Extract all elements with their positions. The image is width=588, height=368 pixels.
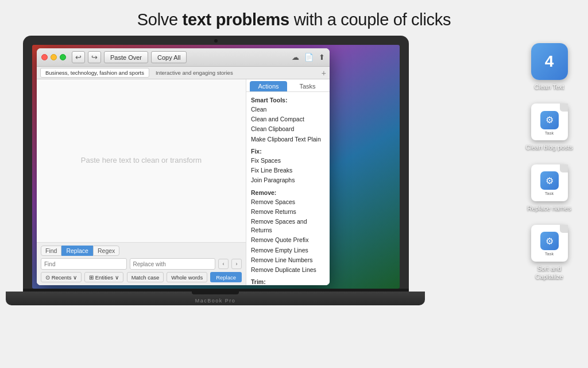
cloud-icon[interactable]: ☁: [292, 53, 299, 62]
find-options-row: ⊙ Recents ∨ ⊞ Entities ∨ Match case Whol…: [41, 272, 242, 282]
panel-item-remove-duplicate-lines[interactable]: Remove Duplicate Lines: [251, 265, 325, 275]
task-text-sort: Task: [545, 251, 554, 256]
desktop-icon-sort-capitalize[interactable]: ⚙ Task Sort and Capitalize: [525, 225, 574, 281]
desktop-icon-replace-names[interactable]: ⚙ Task Replace names: [525, 164, 574, 212]
find-input[interactable]: [41, 258, 127, 270]
panel-item-clean-compact[interactable]: Clean and Compact: [251, 114, 325, 124]
clean-blog-label: Clean blog posts: [526, 143, 573, 151]
panel-item-fix-spaces[interactable]: Fix Spaces: [251, 156, 325, 166]
doc-icon[interactable]: 📄: [304, 53, 314, 62]
section-title-remove: Remove:: [251, 189, 325, 196]
entities-button[interactable]: ⊞ Entities ∨: [84, 272, 123, 282]
clean-text-label: Clean Text: [535, 83, 564, 91]
find-replace-inputs: ‹ ›: [41, 258, 242, 270]
panel-item-clean[interactable]: Clean: [251, 105, 325, 114]
editor-text-area[interactable]: Paste here text to clean or transform: [37, 79, 246, 242]
copy-all-button[interactable]: Copy All: [151, 51, 187, 63]
header-text: Solve text problems with a couple of cli…: [137, 10, 451, 29]
desktop-icon-clean-text[interactable]: 4 Clean Text: [525, 43, 574, 91]
clean-blog-icon-img: ⚙ Task: [531, 103, 568, 140]
section-remove: Remove: Remove Spaces Remove Returns Rem…: [251, 189, 325, 275]
sort-capitalize-label: Sort and Capitalize: [525, 264, 574, 281]
macbook-label: MacBook Pro: [195, 298, 236, 304]
traffic-lights: [41, 54, 66, 60]
panel-item-remove-returns[interactable]: Remove Returns: [251, 207, 325, 217]
screen-bezel: ↩ ↪ Paste Over Copy All ☁ 📄 ⬆ Business, …: [23, 36, 409, 289]
paste-over-button[interactable]: Paste Over: [104, 51, 148, 63]
trackpad-notch: [192, 292, 239, 294]
clean-text-icon-char: 4: [545, 52, 554, 71]
replace-tab[interactable]: Replace: [61, 246, 93, 256]
nav-next[interactable]: ›: [231, 259, 242, 269]
title-bar: ↩ ↪ Paste Over Copy All ☁ 📄 ⬆: [37, 48, 330, 67]
desktop-icon-clean-blog[interactable]: ⚙ Task Clean blog posts: [525, 103, 574, 151]
panel-item-clipboard-plain[interactable]: Make Clipboard Text Plain: [251, 135, 325, 144]
task-doc-fold-3: [560, 225, 568, 233]
share-icon[interactable]: ⬆: [319, 53, 325, 62]
task-badge-names: ⚙: [540, 171, 559, 190]
add-tab-button[interactable]: +: [322, 68, 326, 78]
task-badge-blog: ⚙: [540, 111, 559, 129]
screen: ↩ ↪ Paste Over Copy All ☁ 📄 ⬆ Business, …: [32, 45, 400, 289]
recents-button[interactable]: ⊙ Recents ∨: [41, 272, 82, 282]
task-doc-fold: [560, 103, 568, 112]
task-text-names: Task: [545, 191, 554, 196]
section-smart-tools: Smart Tools: Clean Clean and Compact Cle…: [251, 97, 325, 144]
macbook-wrapper: ↩ ↪ Paste Over Copy All ☁ 📄 ⬆ Business, …: [23, 36, 408, 305]
find-replace-tabs: Find Replace Regex: [41, 246, 242, 256]
close-button[interactable]: [41, 54, 48, 60]
panel-item-remove-spaces[interactable]: Remove Spaces: [251, 197, 325, 207]
panel-item-remove-empty-lines[interactable]: Remove Empty Lines: [251, 246, 325, 255]
right-panel: Actions Tasks Smart Tools: Clean Clean a…: [246, 79, 330, 285]
task-badge-sort: ⚙: [540, 232, 559, 250]
header-bold: text problems: [183, 10, 289, 29]
nav-prev[interactable]: ‹: [218, 259, 229, 269]
actions-tab[interactable]: Actions: [250, 81, 287, 91]
panel-item-remove-quote-prefix[interactable]: Remove Quote Prefix: [251, 235, 325, 245]
panel-item-remove-spaces-returns[interactable]: Remove Spaces and Returns: [251, 217, 325, 235]
sort-capitalize-icon-img: ⚙ Task: [531, 225, 568, 262]
app-window: ↩ ↪ Paste Over Copy All ☁ 📄 ⬆ Business, …: [37, 48, 330, 285]
section-trim: Trim: Trim Spaces Trim Empty Lines Trim …: [251, 278, 325, 285]
replace-names-icon-img: ⚙ Task: [531, 164, 568, 201]
undo-button[interactable]: ↩: [72, 51, 85, 63]
content-area: Paste here text to clean or transform Fi…: [37, 79, 330, 285]
panel-item-fix-line-breaks[interactable]: Fix Line Breaks: [251, 166, 325, 175]
panel-tabs: Actions Tasks: [246, 79, 330, 92]
tasks-tab[interactable]: Tasks: [289, 81, 326, 91]
panel-item-clean-clipboard[interactable]: Clean Clipboard: [251, 124, 325, 134]
panel-item-remove-line-numbers[interactable]: Remove Line Numbers: [251, 255, 325, 265]
editor-pane: Paste here text to clean or transform Fi…: [37, 79, 246, 285]
camera: [214, 39, 218, 43]
panel-content: Smart Tools: Clean Clean and Compact Cle…: [246, 92, 330, 285]
find-replace-bar: Find Replace Regex ‹ › ⊙ R: [37, 242, 246, 285]
section-fix: Fix: Fix Spaces Fix Line Breaks Join Par…: [251, 148, 325, 186]
section-title-trim: Trim:: [251, 278, 325, 285]
desktop-icons: 4 Clean Text ⚙ Task Clean blog posts ⚙ T…: [525, 43, 574, 281]
tab-1[interactable]: Business, technology, fashion and sports: [40, 68, 149, 78]
page-header: Solve text problems with a couple of cli…: [0, 0, 588, 34]
clean-text-icon-img: 4: [531, 43, 568, 80]
redo-button[interactable]: ↪: [88, 51, 101, 63]
section-title-fix: Fix:: [251, 148, 325, 155]
tab-2[interactable]: Interactive and engaging stories: [151, 68, 238, 78]
tab-bar: Business, technology, fashion and sports…: [37, 67, 330, 79]
whole-words-button[interactable]: Whole words: [167, 272, 207, 282]
section-title-smart-tools: Smart Tools:: [251, 97, 325, 103]
task-doc-fold-2: [560, 164, 568, 172]
replace-names-label: Replace names: [527, 204, 571, 212]
find-tab[interactable]: Find: [41, 246, 61, 256]
minimize-button[interactable]: [51, 54, 57, 60]
replace-input[interactable]: [130, 258, 216, 270]
match-case-button[interactable]: Match case: [127, 272, 164, 282]
task-text-blog: Task: [545, 131, 554, 136]
panel-item-join-paragraphs[interactable]: Join Paragraphs: [251, 175, 325, 185]
regex-tab[interactable]: Regex: [93, 246, 119, 256]
maximize-button[interactable]: [60, 54, 66, 60]
replace-button[interactable]: Replace: [210, 272, 242, 282]
laptop-base: MacBook Pro: [6, 292, 425, 305]
editor-placeholder: Paste here text to clean or transform: [81, 154, 202, 167]
